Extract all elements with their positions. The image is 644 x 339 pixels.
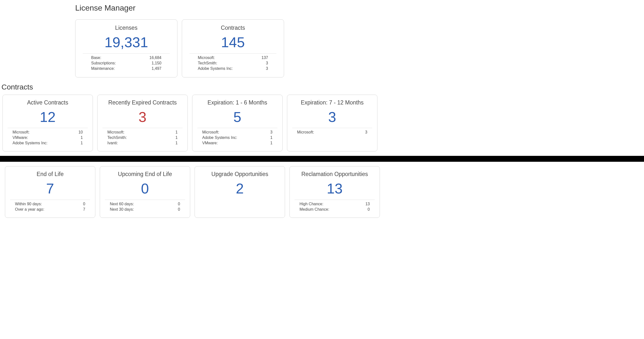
detail-label: Next 60 days:: [110, 202, 134, 206]
card-details: Next 60 days:0 Next 30 days:0: [105, 200, 185, 212]
detail-row: Microsoft:137: [190, 55, 276, 61]
card-value: 3: [102, 108, 182, 126]
detail-row: Adobe Systems Inc:1: [197, 135, 278, 140]
card-title: Expiration: 1 - 6 Months: [197, 99, 278, 106]
detail-label: VMware:: [202, 141, 218, 145]
detail-value: 1,497: [152, 66, 162, 71]
detail-value: 137: [262, 56, 268, 60]
detail-row: Medium Chance:0: [294, 207, 375, 212]
card-title: Reclamation Opportunities: [294, 171, 375, 177]
detail-label: Over a year ago:: [15, 207, 44, 212]
detail-row: Base:16,684: [83, 55, 170, 61]
detail-row: Adobe Systems Inc:1: [8, 140, 88, 146]
detail-value: 1,150: [152, 61, 162, 65]
card-details: Microsoft:1 TechSmith:1 Ivanti:1: [102, 128, 182, 146]
detail-label: Microsoft:: [297, 130, 314, 134]
opportunities-row: End of Life 7 Within 90 days:0 Over a ye…: [5, 166, 644, 218]
detail-value: 1: [80, 141, 83, 145]
licenses-card-details: Base:16,684 Subscriptions:1,150 Maintena…: [83, 53, 170, 71]
detail-value: 7: [83, 207, 85, 212]
detail-row: Subscriptions:1,150: [83, 61, 170, 66]
card-title: End of Life: [10, 171, 90, 177]
detail-value: 1: [80, 135, 83, 140]
card-value: 2: [200, 180, 280, 197]
detail-row: Microsoft:3: [197, 130, 278, 135]
detail-row: VMware:1: [197, 140, 278, 146]
detail-row: TechSmith:3: [190, 61, 276, 66]
reclamation-opportunities-card[interactable]: Reclamation Opportunities 13 High Chance…: [290, 166, 380, 218]
licenses-card[interactable]: Licenses 19,331 Base:16,684 Subscription…: [75, 20, 178, 78]
detail-label: Medium Chance:: [300, 207, 329, 212]
detail-row: Microsoft:10: [8, 130, 88, 135]
active-contracts-card[interactable]: Active Contracts 12 Microsoft:10 VMware:…: [2, 95, 93, 152]
detail-value: 1: [176, 141, 178, 145]
upcoming-end-of-life-card[interactable]: Upcoming End of Life 0 Next 60 days:0 Ne…: [100, 166, 190, 218]
card-title: Upgrade Opportunities: [200, 171, 280, 177]
detail-row: Ivanti:1: [102, 140, 182, 146]
detail-value: 1: [176, 130, 178, 134]
card-title: Expiration: 7 - 12 Months: [292, 99, 372, 106]
detail-label: Microsoft:: [107, 130, 124, 134]
detail-label: High Chance:: [300, 202, 323, 206]
detail-label: Adobe Systems Inc:: [202, 135, 237, 140]
detail-value: 3: [270, 130, 272, 134]
detail-label: TechSmith:: [198, 61, 217, 65]
card-details: Microsoft:10 VMware:1 Adobe Systems Inc:…: [8, 128, 88, 146]
card-title: Recently Expired Contracts: [102, 99, 182, 106]
detail-row: TechSmith:1: [102, 135, 182, 140]
card-value: 5: [197, 108, 278, 126]
detail-value: 1: [270, 141, 272, 145]
detail-value: 0: [178, 202, 180, 206]
detail-value: 0: [368, 207, 370, 212]
detail-row: Microsoft:3: [292, 130, 372, 135]
detail-row: Maintenance:1,497: [83, 66, 170, 71]
detail-row: VMware:1: [8, 135, 88, 140]
card-title: Upcoming End of Life: [105, 171, 185, 177]
expiration-7-12-card[interactable]: Expiration: 7 - 12 Months 3 Microsoft:3: [287, 95, 378, 152]
top-summary-row: Licenses 19,331 Base:16,684 Subscription…: [75, 20, 644, 78]
expiration-1-6-card[interactable]: Expiration: 1 - 6 Months 5 Microsoft:3 A…: [192, 95, 282, 152]
detail-label: Within 90 days:: [15, 202, 42, 206]
detail-label: Ivanti:: [107, 141, 118, 145]
detail-label: Base:: [91, 56, 101, 60]
contracts-row: Active Contracts 12 Microsoft:10 VMware:…: [2, 95, 644, 152]
detail-value: 0: [178, 207, 180, 212]
card-details: High Chance:13 Medium Chance:0: [294, 200, 375, 212]
card-value: 0: [105, 180, 185, 197]
detail-row: Over a year ago:7: [10, 207, 90, 212]
detail-value: 13: [365, 202, 370, 206]
card-details: Microsoft:3: [292, 128, 372, 135]
card-value: 7: [10, 180, 90, 197]
card-value: 12: [8, 108, 88, 126]
detail-label: Maintenance:: [91, 66, 115, 71]
contracts-card[interactable]: Contracts 145 Microsoft:137 TechSmith:3 …: [182, 20, 284, 78]
page-title: License Manager: [75, 4, 644, 13]
detail-row: Next 30 days:0: [105, 207, 185, 212]
card-value: 13: [294, 180, 375, 197]
detail-row: Next 60 days:0: [105, 201, 185, 207]
end-of-life-card[interactable]: End of Life 7 Within 90 days:0 Over a ye…: [5, 166, 95, 218]
recently-expired-contracts-card[interactable]: Recently Expired Contracts 3 Microsoft:1…: [97, 95, 188, 152]
card-value: 3: [292, 108, 372, 126]
detail-row: Within 90 days:0: [10, 201, 90, 207]
detail-label: TechSmith:: [107, 135, 127, 140]
detail-row: High Chance:13: [294, 201, 375, 207]
contracts-card-value: 145: [190, 34, 276, 51]
detail-label: Microsoft:: [12, 130, 30, 134]
detail-value: 1: [176, 135, 178, 140]
detail-label: Adobe Systems Inc:: [198, 66, 233, 71]
detail-label: VMware:: [12, 135, 28, 140]
detail-value: 10: [78, 130, 83, 134]
detail-value: 16,684: [150, 56, 162, 60]
detail-label: Microsoft:: [198, 56, 215, 60]
contracts-section-heading: Contracts: [2, 83, 644, 91]
detail-value: 3: [365, 130, 367, 134]
licenses-card-value: 19,331: [83, 34, 170, 51]
detail-value: 3: [266, 66, 268, 71]
upgrade-opportunities-card[interactable]: Upgrade Opportunities 2: [194, 166, 285, 218]
card-title: Active Contracts: [8, 99, 88, 106]
detail-label: Next 30 days:: [110, 207, 134, 212]
detail-value: 3: [266, 61, 268, 65]
card-details: Within 90 days:0 Over a year ago:7: [10, 200, 90, 212]
detail-row: Microsoft:1: [102, 130, 182, 135]
